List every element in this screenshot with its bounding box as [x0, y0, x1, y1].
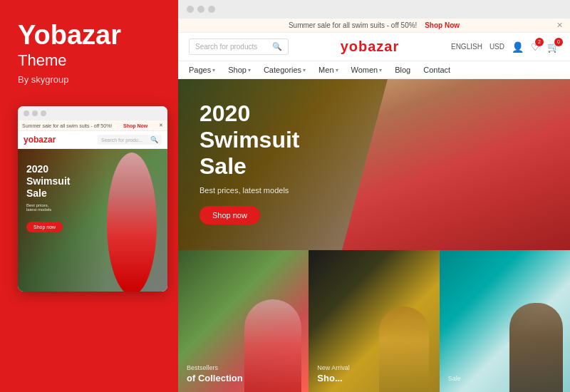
grid-label-1: Bestsellers of Collection — [187, 364, 243, 383]
nav-women[interactable]: Women ▾ — [351, 66, 383, 74]
dot-1 — [24, 110, 29, 116]
men-chevron: ▾ — [336, 67, 338, 73]
left-panel: Yobazar Theme By skygroup Summer sale fo… — [0, 0, 178, 392]
mini-notif-text: Summer sale for all swim suits - off 50%… — [22, 123, 112, 128]
model-shape-1 — [244, 299, 301, 392]
notif-text: Summer sale for all swim suits - off 50%… — [289, 21, 417, 29]
wishlist-badge: 2 — [535, 38, 544, 46]
browser-dot-1 — [187, 6, 194, 13]
user-icon[interactable]: 👤 — [512, 41, 524, 53]
bottom-grid: Bestsellers of Collection New Arrival Sh… — [178, 250, 570, 392]
categories-chevron: ▾ — [303, 67, 306, 73]
pages-chevron: ▾ — [212, 67, 215, 73]
mini-hero-title: 2020 Swimsuit Sale — [26, 163, 70, 199]
mini-browser-preview: Summer sale for all swim suits - off 50%… — [18, 106, 167, 292]
mini-header: yobazar Search for produ... 🔍 — [18, 131, 167, 149]
currency-selector[interactable]: USD — [489, 43, 504, 51]
browser-titlebar — [178, 0, 570, 19]
nav-contact[interactable]: Contact — [423, 66, 450, 74]
dot-2 — [32, 110, 38, 116]
brand-title: Yobazar — [18, 21, 121, 48]
mini-titlebar — [18, 106, 167, 120]
mini-hero-content: 2020 Swimsuit Sale Best prices, latest m… — [26, 163, 70, 232]
model-shape-3 — [509, 303, 563, 392]
browser-dot-2 — [197, 6, 204, 13]
search-bar[interactable]: Search for products 🔍 — [189, 38, 289, 55]
mini-notification: Summer sale for all swim suits - off 50%… — [18, 120, 167, 131]
mini-shop-now: Shop Now — [123, 123, 147, 128]
shop-chevron: ▾ — [248, 67, 251, 73]
nav-categories[interactable]: Categories ▾ — [264, 66, 306, 74]
hero-subtitle: Best prices, latest models — [200, 186, 299, 195]
grid-label-3: Sale — [448, 375, 461, 383]
notification-bar: Summer sale for all swim suits - off 50%… — [178, 19, 570, 33]
mini-cta-button[interactable]: Shop now — [26, 222, 63, 232]
grid-item-new-arrival: New Arrival Sho... — [309, 250, 439, 392]
header-right: ENGLISH USD 👤 ♡2 🛒0 — [451, 41, 559, 53]
theme-label: Theme — [18, 51, 66, 70]
mini-close: ✕ — [159, 123, 163, 128]
mini-logo: yobazar — [24, 135, 56, 145]
lang-selector[interactable]: ENGLISH — [451, 43, 482, 51]
dot-3 — [41, 110, 46, 116]
grid-item-bestsellers: Bestsellers of Collection — [178, 250, 309, 392]
hero-section: 2020 Swimsuit Sale Best prices, latest m… — [178, 79, 570, 250]
nav-shop[interactable]: Shop ▾ — [228, 66, 251, 74]
model-shape-2 — [379, 306, 429, 392]
hero-content: 2020 Swimsuit Sale Best prices, latest m… — [200, 100, 299, 225]
grid-label-2: New Arrival Sho... — [317, 364, 350, 383]
by-label: By skygroup — [18, 74, 69, 85]
search-icon[interactable]: 🔍 — [272, 42, 282, 51]
nav-bar: Pages ▾ Shop ▾ Categories ▾ Men ▾ Women … — [178, 61, 570, 79]
mini-search-icon: 🔍 — [150, 136, 158, 143]
wishlist-icon[interactable]: ♡2 — [531, 41, 540, 53]
browser-dot-3 — [208, 6, 215, 13]
cart-badge: 0 — [554, 38, 563, 46]
hero-title: 2020 Swimsuit Sale — [200, 100, 299, 179]
grid-item-sale: Sale — [440, 250, 570, 392]
search-placeholder: Search for products — [195, 43, 272, 51]
nav-pages[interactable]: Pages ▾ — [189, 66, 215, 74]
hero-cta-button[interactable]: Shop now — [200, 206, 260, 225]
nav-men[interactable]: Men ▾ — [318, 66, 338, 74]
nav-blog[interactable]: Blog — [395, 66, 410, 74]
women-chevron: ▾ — [379, 67, 382, 73]
mini-hero-sub: Best prices, latest models — [26, 203, 70, 212]
main-header: Search for products 🔍 yobazar ENGLISH US… — [178, 33, 570, 61]
main-logo: yobazar — [341, 38, 400, 55]
notif-close-icon[interactable]: ✕ — [556, 21, 563, 30]
right-panel: Summer sale for all swim suits - off 50%… — [178, 0, 570, 392]
mini-search: Search for produ... 🔍 — [98, 135, 162, 145]
mini-hero: 2020 Swimsuit Sale Best prices, latest m… — [18, 149, 167, 292]
cart-icon[interactable]: 🛒0 — [547, 41, 559, 53]
notif-shop-now[interactable]: Shop Now — [425, 21, 460, 29]
